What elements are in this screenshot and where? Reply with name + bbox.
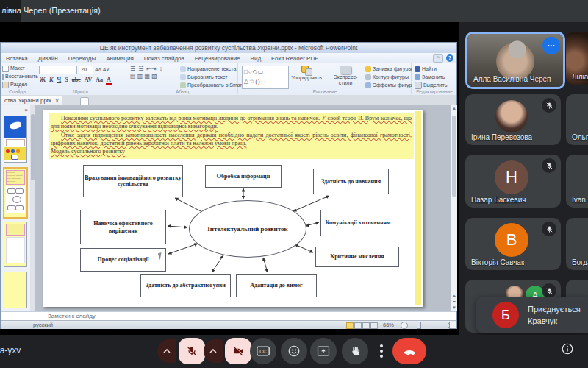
mic-off-icon	[545, 287, 553, 295]
camera-toggle-button[interactable]	[225, 338, 251, 364]
participant-tile-alla[interactable]: Алла Василівна Череп	[465, 32, 565, 89]
close-panel-icon[interactable]: ×	[24, 107, 28, 113]
zoom-slider-thumb[interactable]	[417, 322, 421, 329]
participant-tile-viktoriia[interactable]: В Вікторія Савчак	[465, 218, 561, 270]
present-button[interactable]	[310, 338, 337, 364]
diagram-node-socialization[interactable]: Процес соціалізації	[80, 248, 166, 272]
language-indicator[interactable]: русский	[33, 322, 53, 328]
raise-hand-icon	[349, 345, 361, 357]
zoom-out-button[interactable]: −	[401, 322, 408, 329]
change-case-button[interactable]: Aa	[95, 77, 104, 85]
diagram-node-information[interactable]: Обробка інформації	[205, 165, 282, 188]
normal-view-button[interactable]	[346, 322, 354, 329]
mic-options-button[interactable]	[157, 339, 176, 363]
char-spacing-button[interactable]: AV	[84, 77, 93, 85]
bold-button[interactable]: Ж	[39, 77, 46, 85]
diagram-node-critical[interactable]: Критичне мислення	[315, 247, 399, 267]
fit-to-window-button[interactable]	[449, 322, 456, 329]
tab-transitions[interactable]: Переходы	[63, 55, 101, 62]
reset-button[interactable]: Восстановить	[1, 72, 35, 80]
diagram-center-ellipse[interactable]: Інтелектуальний розвиток	[189, 200, 306, 258]
diagram-node-skill[interactable]: Навичка ефективного вирішення	[80, 210, 166, 244]
participant-tile-olha[interactable]: Ольга	[566, 94, 588, 145]
indent-buttons[interactable]: ⇤⇥	[146, 66, 156, 72]
camera-options-button[interactable]	[204, 339, 223, 363]
sorter-view-button[interactable]	[354, 322, 362, 329]
bullets-button[interactable]: ☰	[130, 66, 135, 72]
arrange-button[interactable]: Упорядочить	[289, 66, 324, 82]
mic-muted-badge	[542, 222, 556, 236]
align-buttons[interactable]: ▤ ▥ ▦ ▧	[130, 73, 157, 79]
font-color-button[interactable]: A	[106, 77, 112, 85]
layout-button[interactable]: Макет	[1, 63, 35, 72]
participant-tile-iryna[interactable]: Ірина Перевозова	[465, 94, 561, 145]
tab-slideshow[interactable]: Показ слайдов	[139, 55, 190, 62]
shrink-font-button[interactable]: A˅	[103, 66, 110, 74]
help-icon[interactable]: ?	[446, 54, 453, 62]
meeting-details-button[interactable]	[561, 342, 574, 355]
slideshow-view-button[interactable]	[370, 322, 378, 329]
captions-icon: CC	[257, 346, 270, 356]
diagram-node-abstract[interactable]: Здатність до абстрактної уяви	[140, 274, 231, 297]
replace-icon	[415, 74, 420, 80]
diagram-node-adaptation[interactable]: Адаптація до вимог	[236, 274, 317, 297]
minimize-ribbon-icon[interactable]: ^	[433, 54, 443, 63]
select-button[interactable]: Выделить	[415, 81, 456, 89]
numbering-button[interactable]: ☱	[138, 66, 143, 72]
quick-styles-button[interactable]: Экспресс-стили	[327, 66, 364, 86]
slide-thumbnail-1[interactable]	[4, 116, 27, 163]
participant-tile-lilian[interactable]: Ліліан	[566, 32, 588, 85]
font-size-select[interactable]: 20	[79, 66, 93, 74]
shape-fill-button[interactable]: Заливка фигуры	[365, 65, 412, 73]
tab-design[interactable]: Дизайн	[33, 55, 63, 62]
diagram-node-innovation[interactable]: Врахування інноваційного розвитку суспіл…	[83, 165, 183, 197]
reading-view-button[interactable]	[362, 322, 370, 329]
strikethrough-button[interactable]: abc	[71, 77, 82, 85]
shape-outline-icon	[365, 74, 371, 80]
end-call-button[interactable]	[392, 338, 426, 364]
shape-effects-icon	[365, 82, 371, 88]
participant-tile-nazar[interactable]: Н Назар Баскевич	[465, 155, 561, 208]
thumbnail-scrollbar[interactable]	[30, 105, 35, 311]
slide-canvas[interactable]: Показники суспільного розвитку залежать …	[43, 110, 423, 307]
tab-foxit[interactable]: Foxit Reader PDF	[266, 55, 323, 62]
underline-button[interactable]: Ч	[56, 77, 62, 85]
thumb1-flag-bottom	[4, 147, 26, 160]
captions-button[interactable]: CC	[250, 338, 276, 364]
mic-toggle-button[interactable]	[179, 338, 205, 364]
slide-scrollbar[interactable]: ▲ ⏶⏷▼	[451, 105, 457, 311]
participant-tile-bohdan[interactable]: Богда	[566, 218, 588, 270]
grow-font-button[interactable]: A˄	[95, 66, 101, 74]
diagram-node-communication[interactable]: Комунікації з оточенням	[320, 210, 395, 236]
ribbon-group-slides: Макет Восстановить Раздел Слайды	[1, 63, 35, 94]
shape-effects-button[interactable]: Эффекты фигур	[365, 81, 412, 89]
shadow-button[interactable]: S	[64, 77, 68, 85]
select-icon	[415, 82, 422, 89]
shapes-gallery[interactable]: □○◇▭△☆()⌣	[242, 66, 289, 89]
find-button[interactable]: Найти	[415, 65, 456, 73]
shape-outline-button[interactable]: Контур фигуры	[365, 73, 412, 81]
slide-thumbnail-2-current[interactable]: ———— ———— ————— ———— ———————— —— ————	[3, 167, 28, 219]
slide-thumbnail-3[interactable]	[4, 222, 27, 267]
more-options-button[interactable]	[375, 338, 388, 364]
raise-hand-button[interactable]	[342, 338, 368, 364]
line-spacing-button[interactable]: ↕	[159, 66, 162, 72]
diagram-node-learning[interactable]: Здатність до навчання	[313, 169, 389, 194]
tab-insert[interactable]: Вставка	[1, 55, 33, 62]
font-name-select[interactable]	[39, 66, 77, 74]
tab-animation[interactable]: Анимация	[101, 55, 139, 62]
tab-review[interactable]: Рецензирование	[190, 55, 245, 62]
tile-menu-button[interactable]	[542, 37, 560, 54]
italic-button[interactable]: К	[49, 77, 54, 85]
window-titlebar[interactable]: ЦЕ як инструмент забезпечення розвитку с…	[1, 43, 456, 53]
replace-button[interactable]: Заменить	[415, 73, 456, 81]
document-tab[interactable]: ства України.pptx ×	[1, 96, 62, 105]
reactions-button[interactable]	[281, 338, 307, 364]
participant-tile-ivan[interactable]: Ivan M	[566, 155, 588, 208]
tab-view[interactable]: Вид	[245, 55, 266, 62]
close-document-icon[interactable]: ×	[55, 96, 59, 105]
section-button[interactable]: Раздел	[1, 80, 35, 88]
chevron-up-icon	[163, 349, 171, 353]
slide-thumbnail-4[interactable]	[4, 272, 27, 308]
slide-thumbnail-panel[interactable]: × ———— ———— ————— ———— ———————— —— ————	[1, 105, 31, 311]
